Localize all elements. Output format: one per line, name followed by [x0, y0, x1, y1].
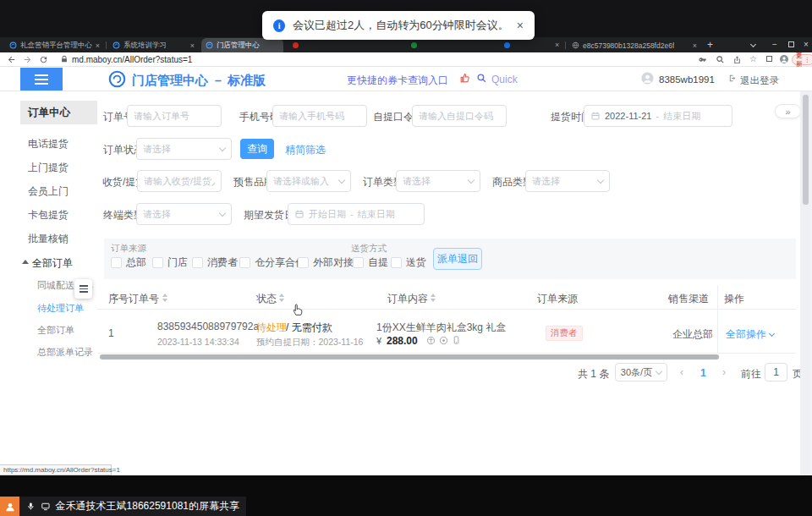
simple-filter-link[interactable]: 精简筛选: [285, 143, 326, 157]
screen-share-band: 金禾通技术王斌18662591081的屏幕共享: [0, 475, 812, 516]
select-placeholder: 请选择: [143, 208, 217, 221]
tab-close-icon[interactable]: ×: [96, 41, 100, 50]
zoom-icon[interactable]: [716, 55, 725, 64]
order-type-select[interactable]: 请选择: [396, 170, 480, 192]
tab-search-chevron-icon[interactable]: [750, 41, 756, 47]
quick-label[interactable]: Quick: [491, 74, 518, 85]
browser-tab-3-active[interactable]: 门店管理中心: [201, 38, 283, 52]
start-date-placeholder: 开始日期: [309, 208, 346, 221]
sidebar-subitem-hq-dispatch[interactable]: 总部派单记录: [37, 346, 93, 359]
split-screen-icon[interactable]: [766, 56, 772, 62]
search-button[interactable]: 查询: [240, 139, 274, 159]
sidebar-item-card-pickup[interactable]: 卡包提货: [28, 208, 69, 222]
receiver-input[interactable]: [137, 170, 222, 192]
browser-tab-2[interactable]: 系统培训学习 ×: [108, 38, 199, 52]
checkbox-label: 门店: [167, 255, 188, 270]
window-minimize-button[interactable]: −: [772, 41, 777, 49]
col-source: 订单来源: [537, 292, 578, 306]
browser-update-button[interactable]: 更新 ⋮: [792, 54, 812, 65]
hidden-tab-favicon-icon[interactable]: [504, 42, 510, 48]
vertical-scrollbar-thumb[interactable]: [803, 95, 809, 205]
sidebar-item-door-pickup[interactable]: 上门提货: [28, 161, 69, 175]
filter-collapse-button[interactable]: »: [775, 104, 801, 118]
checkbox-warehouse-share[interactable]: 仓分享合作: [239, 255, 305, 270]
pickup-time-range-picker[interactable]: 2022-11-21 - 结束日期: [584, 105, 732, 127]
sidebar-collapse-handle[interactable]: [74, 279, 92, 299]
sort-icon[interactable]: [431, 294, 436, 302]
horizontal-scrollbar[interactable]: [100, 354, 719, 360]
phone-input[interactable]: [272, 105, 367, 127]
prev-page-icon[interactable]: ‹: [680, 366, 683, 378]
sort-icon[interactable]: [279, 294, 284, 302]
sidebar-subitem-all-orders[interactable]: 全部订单: [37, 324, 74, 337]
col-status[interactable]: 状态: [256, 292, 277, 306]
password-key-icon[interactable]: [698, 55, 707, 64]
expected-ship-date-range-picker[interactable]: 开始日期 - 结束日期: [288, 203, 425, 225]
checkbox-delivery[interactable]: 送货: [391, 255, 426, 270]
lock-icon[interactable]: [60, 55, 69, 63]
all-actions-dropdown[interactable]: 全部操作: [726, 327, 774, 342]
vertical-scrollbar-track[interactable]: [800, 91, 810, 475]
tab-close-icon[interactable]: ×: [693, 41, 697, 50]
dispatch-return-button[interactable]: 派单退回: [433, 248, 482, 270]
col-content[interactable]: 订单内容: [387, 292, 428, 306]
col-order-no[interactable]: 订单号: [129, 292, 159, 306]
tab-close-icon[interactable]: ×: [555, 41, 559, 49]
terminal-type-select[interactable]: 请选择: [136, 203, 232, 225]
checkbox-store[interactable]: 门店: [152, 255, 188, 270]
sidebar-item-member-visit[interactable]: 会员上门: [28, 184, 69, 199]
sidebar-item-phone-pickup[interactable]: 电话提货: [28, 137, 69, 151]
tab-close-icon[interactable]: ×: [190, 41, 195, 50]
forward-icon[interactable]: [23, 55, 32, 64]
sidebar-toggle-button[interactable]: [20, 68, 63, 91]
window-close-button[interactable]: ×: [804, 41, 809, 49]
checkbox-external[interactable]: 外部对接: [298, 255, 354, 270]
tab-separator: [106, 41, 107, 49]
back-icon[interactable]: [7, 55, 16, 64]
checkbox-self-pickup[interactable]: 自提: [353, 255, 388, 270]
checkbox-icon: [152, 257, 163, 268]
hidden-tab-favicon-icon[interactable]: [293, 42, 299, 48]
pickup-code-input[interactable]: [412, 105, 507, 127]
order-no-input[interactable]: [127, 105, 222, 127]
sidebar-group-all-orders[interactable]: 全部订单: [32, 256, 73, 271]
browser-tab-4[interactable]: e8c573980b1328a258fd2e6f ×: [568, 38, 701, 52]
url-text[interactable]: md.maboy.cn/AllOrder?status=1: [72, 55, 192, 64]
share-icon[interactable]: [732, 55, 742, 64]
order-status-select[interactable]: 请选择: [136, 138, 232, 160]
goto-page-input[interactable]: [765, 363, 787, 382]
logout-button[interactable]: 退出登录: [740, 74, 779, 87]
toast-close-icon[interactable]: ×: [517, 19, 524, 32]
sidebar-subitem-pending-orders[interactable]: 待处理订单: [37, 302, 84, 315]
profile-avatar-icon[interactable]: [779, 54, 789, 64]
quick-card-entry-link[interactable]: 更快捷的券卡查询入口: [347, 74, 448, 88]
calendar-icon: [590, 111, 601, 121]
browser-tab-1[interactable]: 礼盒营销平台管理中心 ×: [5, 38, 104, 52]
checkbox-label: 送货: [406, 255, 426, 270]
cell-index: 1: [108, 327, 114, 339]
next-page-icon[interactable]: ›: [722, 366, 726, 378]
webpage: 门店管理中心 － 标准版 更快捷的券卡查询入口 Quick 8385wb1991…: [0, 67, 812, 475]
quick-search-icon[interactable]: [476, 73, 487, 84]
checkbox-consumer[interactable]: 消费者: [192, 255, 238, 270]
tab-separator: [565, 41, 566, 49]
presale-brand-select[interactable]: 请选择或输入: [266, 170, 351, 192]
new-tab-button[interactable]: +: [707, 41, 713, 49]
page-size-select[interactable]: 30条/页: [615, 363, 667, 382]
calendar-icon: [294, 209, 304, 219]
bookmark-star-icon[interactable]: ☆: [749, 54, 757, 63]
hidden-tab-favicon-icon[interactable]: [411, 42, 417, 48]
sidebar-item-batch-verify[interactable]: 批量核销: [28, 232, 69, 246]
expand-triangle-icon[interactable]: [22, 260, 29, 264]
goods-type-select[interactable]: 请选择: [525, 170, 610, 192]
checkbox-hq[interactable]: 总部: [111, 255, 146, 270]
update-label: 更新: [796, 52, 803, 69]
sort-icon[interactable]: [162, 294, 167, 302]
window-maximize-button[interactable]: [788, 41, 794, 47]
reload-icon[interactable]: [39, 55, 48, 64]
page-title: 门店管理中心 － 标准版: [132, 73, 266, 89]
col-action: 操作: [724, 292, 744, 306]
current-page[interactable]: 1: [700, 367, 706, 379]
tab-title: 礼盒营销平台管理中心: [20, 41, 92, 51]
logout-icon[interactable]: [728, 74, 738, 83]
